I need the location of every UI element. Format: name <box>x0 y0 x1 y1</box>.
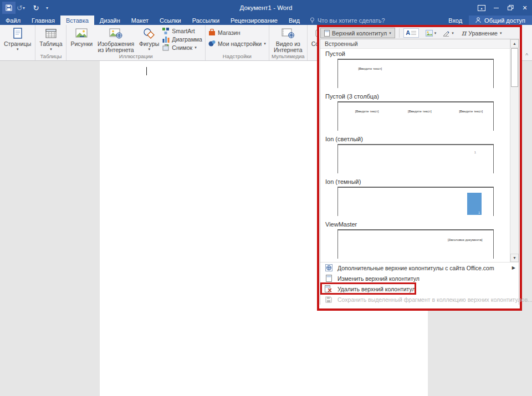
shapes-icon <box>143 27 155 40</box>
gallery-item-label: Ion (темный) <box>320 177 510 187</box>
table-button[interactable]: Таблица ▾ <box>37 26 64 52</box>
titlebar: ↺▾ ↻ ▾ Документ1 - Word ▴ × <box>0 0 532 16</box>
lightbulb-icon <box>310 17 315 24</box>
screenshot-label: Снимок <box>172 44 192 51</box>
my-addins-label: Мои надстройки <box>218 40 262 47</box>
my-addins-button[interactable]: Мои надстройки ▾ <box>208 40 266 47</box>
menu-item-label: Дополнительные верхние колонтитулы с сай… <box>337 265 494 271</box>
tab-file[interactable]: Файл <box>0 16 26 25</box>
signature-line-button[interactable]: ▾ <box>443 30 454 37</box>
gallery-item-viewmaster[interactable]: ViewMaster [Заголовок документа] <box>320 219 510 262</box>
tell-me-box[interactable]: Что вы хотите сделать? <box>310 16 385 25</box>
text-box-icon: A <box>406 30 410 36</box>
person-icon <box>475 17 481 23</box>
customize-qat-button[interactable]: ▾ <box>43 2 51 14</box>
menu-item-label: Сохранить выделенный фрагмент в коллекци… <box>337 296 532 303</box>
menu-item-edit-header[interactable]: Изменить верхний колонтитул <box>320 273 519 284</box>
gallery-item-preview: [Введите текст] <box>337 59 494 88</box>
chart-label: Диаграмма <box>172 36 202 43</box>
share-button[interactable]: Общий доступ <box>469 16 532 25</box>
my-addins-icon <box>208 40 216 47</box>
gallery-item-blank-3col[interactable]: Пустой (3 столбца) [Введите текст] [Введ… <box>320 91 510 134</box>
edit-header-icon <box>324 275 333 282</box>
header-icon <box>324 30 330 37</box>
tab-design[interactable]: Дизайн <box>94 16 126 25</box>
online-pictures-button[interactable]: Изображения из Интернета <box>95 26 137 53</box>
gallery-item-ion-light[interactable]: Ion (светлый) 1 <box>320 134 510 177</box>
menu-item-save-selection[interactable]: Сохранить выделенный фрагмент в коллекци… <box>320 294 519 305</box>
page-number: 1 <box>478 211 480 214</box>
sign-in-button[interactable]: Вход <box>442 16 469 25</box>
header-menu: Дополнительные верхние колонтитулы с сай… <box>320 262 519 305</box>
tab-references[interactable]: Ссылки <box>154 16 187 25</box>
header-gallery-popup: Встроенный Пустой [Введите текст] Пустой… <box>320 39 519 305</box>
delete-header-icon <box>324 285 333 293</box>
save-selection-icon <box>324 296 333 304</box>
gallery-item-ion-dark[interactable]: Ion (темный) 1 <box>320 177 510 219</box>
pages-label: Страницы <box>4 41 31 47</box>
tell-me-placeholder: Что вы хотите сделать? <box>318 17 385 24</box>
pictures-button[interactable]: Рисунки <box>68 26 95 47</box>
account-area: Вход Общий доступ <box>442 16 532 25</box>
pages-button[interactable]: Страницы ▾ <box>2 26 33 52</box>
restore-button[interactable] <box>503 0 518 16</box>
close-button[interactable]: × <box>518 0 532 16</box>
tab-insert[interactable]: Вставка <box>60 16 94 25</box>
restore-icon <box>508 5 514 11</box>
quick-access-toolbar: ↺▾ ↻ ▾ <box>0 0 51 16</box>
scrollbar-thumb[interactable] <box>511 48 518 87</box>
tab-mailings[interactable]: Рассылки <box>187 16 225 25</box>
gallery-item-preview: [Заголовок документа] <box>337 229 494 259</box>
ribbon-display-options-button[interactable]: ▴ <box>474 0 489 16</box>
pictures-label: Рисунки <box>70 41 93 47</box>
online-video-label: Видео из Интернета <box>273 41 303 53</box>
undo-button[interactable]: ↺▾ <box>17 2 29 14</box>
text-box-button[interactable]: A <box>403 28 419 38</box>
tab-review[interactable]: Рецензирование <box>225 16 283 25</box>
page-number: 1 <box>474 151 476 154</box>
menu-item-delete-header[interactable]: Удалить верхний колонтитул <box>320 284 519 294</box>
menu-item-more-headers-office-com[interactable]: Дополнительные верхние колонтитулы с сай… <box>320 263 519 273</box>
redo-button[interactable]: ↻ <box>30 2 42 14</box>
scroll-up-button[interactable]: ▲ <box>510 39 519 48</box>
scroll-down-button[interactable]: ▼ <box>510 254 519 262</box>
header-button[interactable]: Верхний колонтитул ▾ <box>320 28 395 38</box>
office-com-gallery-icon <box>324 264 333 272</box>
header-button-label: Верхний колонтитул <box>332 30 387 37</box>
shapes-button[interactable]: Фигуры ▾ <box>137 26 161 52</box>
store-button[interactable]: Магазин <box>208 29 266 36</box>
tab-view[interactable]: Вид <box>283 16 305 25</box>
signature-dropdown-arrow-icon: ▾ <box>452 31 454 35</box>
undo-dropdown-arrow-icon[interactable]: ▾ <box>23 6 29 11</box>
ribbon-group-media: Видео из Интернета Мультимедиа <box>269 25 308 60</box>
gallery-item-label: Пустой <box>320 49 510 59</box>
annotation-red-box: Верхний колонтитул ▾ A ▾ ▾ π Уравнение ▾… <box>317 25 522 311</box>
placeholder-text: [Введите текст] <box>358 67 382 70</box>
wordart-button[interactable]: ▾ <box>426 30 437 37</box>
collapse-ribbon-button[interactable]: ^ <box>525 53 528 59</box>
gallery-item-label: Пустой (3 столбца) <box>320 91 510 101</box>
save-button[interactable] <box>2 2 16 14</box>
signature-pen-icon <box>443 30 450 37</box>
header-dropdown-arrow-icon: ▾ <box>389 31 391 35</box>
ribbon-group-addins: Магазин Мои надстройки ▾ Надстройки <box>206 25 269 60</box>
minimize-button[interactable] <box>489 0 503 16</box>
online-video-button[interactable]: Видео из Интернета <box>271 26 305 53</box>
submenu-arrow-icon: ▶ <box>512 265 515 270</box>
screenshot-dropdown-arrow-icon: ▾ <box>195 45 197 50</box>
gallery-scrollbar[interactable]: ▲ ▼ <box>510 39 519 262</box>
ribbon-display-icon: ▴ <box>478 5 485 11</box>
tab-layout[interactable]: Макет <box>126 16 154 25</box>
store-label: Магазин <box>218 29 241 36</box>
pictures-icon <box>75 27 88 40</box>
screenshot-button[interactable]: Снимок ▾ <box>162 44 202 51</box>
equation-button[interactable]: π Уравнение ▾ <box>462 29 502 37</box>
tab-home[interactable]: Главная <box>26 16 60 25</box>
placeholder-text: [Введите текст] <box>355 110 379 113</box>
gallery-items: Пустой [Введите текст] Пустой (3 столбца… <box>320 49 510 262</box>
chart-button[interactable]: Диаграмма <box>162 36 202 43</box>
menu-item-label: Удалить верхний колонтитул <box>337 286 416 292</box>
smartart-button[interactable]: SmartArt <box>162 28 202 34</box>
gallery-item-blank[interactable]: Пустой [Введите текст] <box>320 49 510 91</box>
store-icon <box>208 29 216 36</box>
